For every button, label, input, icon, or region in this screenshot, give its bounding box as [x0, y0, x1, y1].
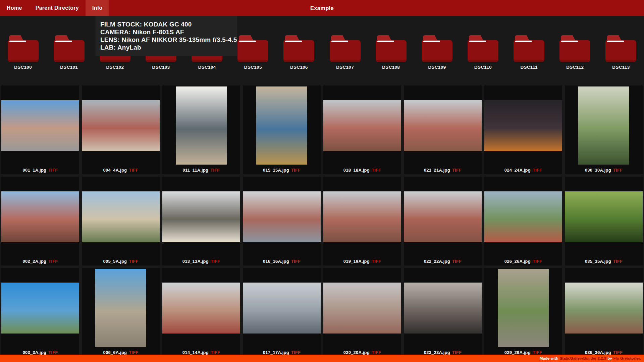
folder-stripe — [607, 41, 624, 42]
file-name: 019_19A.jpg — [343, 259, 370, 264]
folder-DSC112[interactable]: DSC112 — [552, 35, 598, 70]
folder-icon — [422, 35, 452, 62]
folder-DSC107[interactable]: DSC107 — [322, 35, 368, 70]
photo-thumbnail[interactable] — [404, 100, 482, 151]
tiff-link[interactable]: TIFF — [533, 259, 542, 264]
photo-thumbnail[interactable] — [82, 100, 160, 151]
folder-label: DSC112 — [566, 65, 584, 70]
nav-item-parent-directory[interactable]: Parent Directory — [29, 0, 86, 16]
folder-DSC106[interactable]: DSC106 — [276, 35, 322, 70]
photo-thumbnail[interactable] — [565, 191, 643, 242]
nav-item-info[interactable]: Info — [86, 0, 109, 16]
tiff-link[interactable]: TIFF — [129, 168, 138, 173]
tile-label: 011_11A.jpgTIFF — [162, 166, 240, 174]
thumb-tile-035_35A: 035_35A.jpgTIFF — [565, 177, 643, 265]
photo-thumbnail[interactable] — [323, 283, 401, 334]
tiff-link[interactable]: TIFF — [211, 259, 220, 264]
tiff-link[interactable]: TIFF — [48, 350, 58, 355]
thumb-tile-026_26A: 026_26A.jpgTIFF — [484, 177, 562, 265]
tiff-link[interactable]: TIFF — [533, 350, 542, 355]
photo-thumbnail[interactable] — [95, 269, 146, 347]
photo-area — [243, 85, 321, 166]
thumb-tile-029_29A: 029_29A.jpgTIFF — [484, 268, 562, 357]
tiff-link[interactable]: TIFF — [613, 259, 623, 264]
nav-item-home[interactable]: Home — [0, 0, 29, 16]
photo-thumbnail[interactable] — [243, 283, 321, 334]
footer-author-link[interactable]: Flo Greistorfer. — [613, 356, 641, 360]
thumb-tile-015_15A: 015_15A.jpgTIFF — [243, 85, 321, 174]
info-line-lens: LENS: Nikon AF NIKKOR 35-135mm f/3.5-4.5 — [100, 36, 231, 44]
folder-stripe — [239, 41, 256, 42]
folder-body — [422, 40, 452, 62]
folder-label: DSC111 — [520, 65, 537, 70]
folder-DSC101[interactable]: DSC101 — [46, 35, 92, 70]
thumb-tile-022_22A: 022_22A.jpgTIFF — [404, 177, 482, 265]
folder-DSC110[interactable]: DSC110 — [460, 35, 506, 70]
info-panel: FILM STOCK: KODAK GC 400 CAMERA: Nikon F… — [96, 16, 237, 56]
tiff-link[interactable]: TIFF — [613, 350, 623, 355]
photo-area — [323, 85, 401, 166]
tiff-link[interactable]: TIFF — [452, 350, 462, 355]
thumb-tile-016_16A: 016_16A.jpgTIFF — [243, 177, 321, 265]
photo-thumbnail[interactable] — [1, 100, 79, 151]
folder-body — [283, 40, 314, 62]
photo-area — [565, 85, 643, 166]
tiff-link[interactable]: TIFF — [210, 168, 220, 173]
folder-DSC109[interactable]: DSC109 — [414, 35, 460, 70]
folder-stripe — [469, 41, 486, 42]
folder-icon — [376, 35, 407, 62]
tiff-link[interactable]: TIFF — [291, 168, 301, 173]
thumb-tile-002_2A: 002_2A.jpgTIFF — [1, 177, 79, 265]
photo-thumbnail[interactable] — [82, 191, 160, 242]
tiff-link[interactable]: TIFF — [533, 168, 542, 173]
folder-DSC100[interactable]: DSC100 — [0, 35, 46, 70]
tiff-link[interactable]: TIFF — [48, 259, 58, 264]
photo-thumbnail[interactable] — [162, 283, 240, 334]
tiff-link[interactable]: TIFF — [211, 350, 220, 355]
photo-thumbnail[interactable] — [404, 283, 482, 334]
photo-thumbnail[interactable] — [565, 283, 643, 334]
tile-label: 022_22A.jpgTIFF — [404, 257, 482, 265]
tiff-link[interactable]: TIFF — [48, 168, 58, 173]
photo-area — [1, 177, 79, 257]
file-name: 035_35A.jpg — [585, 259, 611, 264]
photo-thumbnail[interactable] — [498, 269, 549, 347]
photo-thumbnail[interactable] — [323, 191, 401, 242]
folder-DSC113[interactable]: DSC113 — [598, 35, 644, 70]
thumb-tile-036_36A: 036_36A.jpgTIFF — [565, 268, 643, 357]
photo-thumbnail[interactable] — [176, 86, 227, 165]
folder-icon — [8, 35, 39, 62]
tiff-link[interactable]: TIFF — [291, 350, 301, 355]
footer-made-with: Made with — [540, 356, 558, 360]
photo-thumbnail[interactable] — [1, 283, 79, 334]
photo-thumbnail[interactable] — [404, 191, 482, 242]
file-name: 004_4A.jpg — [103, 168, 127, 173]
folder-label: DSC109 — [428, 65, 446, 70]
folder-icon — [283, 35, 314, 62]
folder-stripe — [55, 41, 72, 42]
folder-DSC111[interactable]: DSC111 — [506, 35, 552, 70]
photo-thumbnail[interactable] — [1, 191, 79, 242]
tiff-link[interactable]: TIFF — [372, 350, 381, 355]
photo-thumbnail[interactable] — [484, 191, 562, 242]
tiff-link[interactable]: TIFF — [452, 168, 462, 173]
tile-label: 035_35A.jpgTIFF — [565, 257, 643, 265]
photo-thumbnail[interactable] — [323, 100, 401, 151]
tiff-link[interactable]: TIFF — [372, 168, 381, 173]
folder-body — [8, 40, 39, 62]
folder-icon — [559, 35, 590, 62]
tiff-link[interactable]: TIFF — [613, 168, 623, 173]
folder-DSC108[interactable]: DSC108 — [368, 35, 414, 70]
photo-thumbnail[interactable] — [162, 191, 240, 242]
tiff-link[interactable]: TIFF — [372, 259, 381, 264]
tiff-link[interactable]: TIFF — [129, 259, 138, 264]
photo-thumbnail[interactable] — [243, 191, 321, 242]
photo-thumbnail[interactable] — [484, 100, 562, 151]
tiff-link[interactable]: TIFF — [129, 350, 138, 355]
footer-builder-link[interactable]: StaticGalleryBuilder 2.2.3 — [559, 356, 606, 360]
photo-thumbnail[interactable] — [256, 86, 307, 165]
tiff-link[interactable]: TIFF — [291, 259, 301, 264]
tiff-link[interactable]: TIFF — [452, 259, 462, 264]
file-name: 020_20A.jpg — [343, 350, 370, 355]
photo-thumbnail[interactable] — [578, 86, 629, 165]
